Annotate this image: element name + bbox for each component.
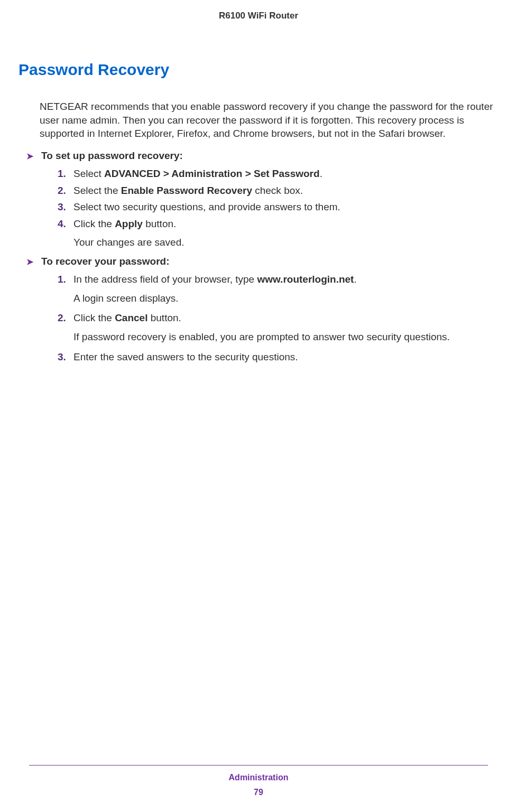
list-item: 3. Enter the saved answers to the securi… [58,350,498,364]
list-item: 3. Select two security questions, and pr… [58,200,498,214]
step-text: In the address field of your browser, ty… [73,273,498,308]
header-title: R6100 WiFi Router [219,11,298,21]
procedure-heading-2: ➤ To recover your password: [26,256,498,267]
step-number: 3. [58,200,73,214]
intro-paragraph: NETGEAR recommends that you enable passw… [40,100,493,141]
section-title: Password Recovery [19,61,498,79]
step-text: Click the Cancel button. If password rec… [73,311,498,347]
footer-divider [29,765,488,766]
step-text: Select ADVANCED > Administration > Set P… [73,167,498,181]
content-area: Password Recovery NETGEAR recommends tha… [0,21,517,363]
page-footer: Administration 79 [0,765,517,797]
procedure-heading-1: ➤ To set up password recovery: [26,150,498,162]
step-text: Click the Apply button. Your changes are… [73,217,498,253]
step-number: 1. [58,273,73,286]
step-text: Enter the saved answers to the security … [73,350,498,364]
procedure-1-title: To set up password recovery: [41,150,183,162]
step-result: If password recovery is enabled, you are… [73,330,498,344]
arrow-icon: ➤ [26,151,33,161]
list-item: 2. Click the Cancel button. If password … [58,311,498,347]
procedure-1-steps: 1. Select ADVANCED > Administration > Se… [58,167,498,253]
procedure-2-title: To recover your password: [41,256,170,267]
list-item: 2. Select the Enable Password Recovery c… [58,184,498,198]
procedure-2-steps: 1. In the address field of your browser,… [58,273,498,363]
step-number: 2. [58,184,73,198]
step-number: 4. [58,217,73,231]
step-result: Your changes are saved. [73,236,498,249]
step-text: Select two security questions, and provi… [73,200,498,214]
list-item: 1. Select ADVANCED > Administration > Se… [58,167,498,181]
step-result: A login screen displays. [73,292,498,305]
step-number: 1. [58,167,73,181]
step-text: Select the Enable Password Recovery chec… [73,184,498,198]
list-item: 4. Click the Apply button. Your changes … [58,217,498,253]
page-header: R6100 WiFi Router [0,0,517,21]
footer-page-number: 79 [0,788,517,797]
list-item: 1. In the address field of your browser,… [58,273,498,308]
step-number: 2. [58,311,73,325]
footer-chapter: Administration [0,773,517,782]
step-number: 3. [58,350,73,364]
arrow-icon: ➤ [26,257,33,267]
